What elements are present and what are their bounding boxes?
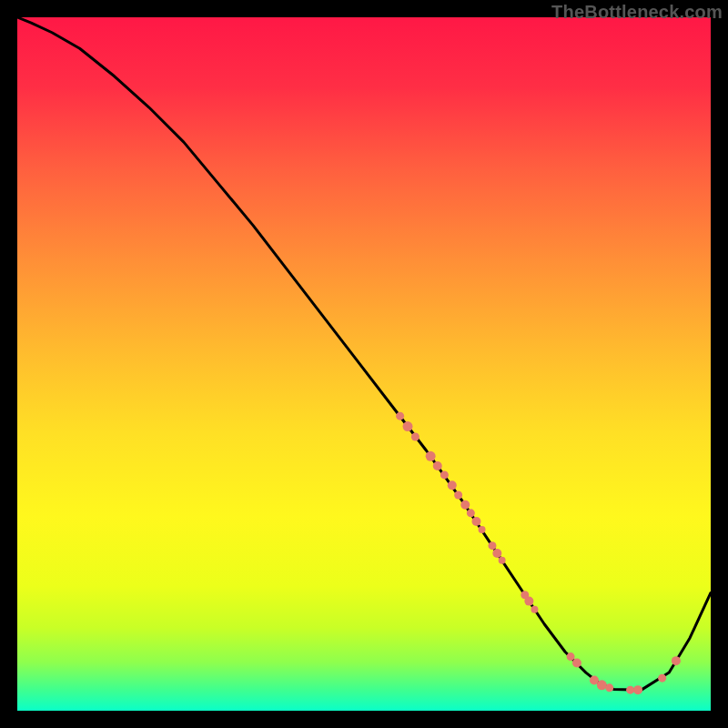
- data-dot: [460, 500, 470, 510]
- data-dot: [403, 421, 413, 431]
- data-dot: [433, 461, 442, 470]
- data-dot: [672, 656, 681, 665]
- chart-plot-area: [17, 17, 711, 711]
- gradient-background: [17, 17, 711, 711]
- data-dot: [597, 680, 607, 690]
- data-dot: [479, 526, 486, 533]
- data-dot: [626, 686, 634, 694]
- data-dot: [440, 470, 449, 479]
- data-dot: [426, 451, 436, 461]
- data-dot: [471, 517, 480, 526]
- data-dot: [658, 674, 666, 682]
- data-dot: [448, 480, 457, 490]
- data-dot: [524, 597, 533, 606]
- data-dot: [396, 412, 404, 420]
- data-dot: [567, 652, 575, 661]
- data-dot: [531, 606, 538, 613]
- data-dot: [605, 683, 613, 692]
- data-dot: [454, 491, 462, 500]
- chart-svg: [17, 17, 711, 711]
- data-dot: [499, 557, 506, 564]
- data-dot: [411, 433, 420, 441]
- watermark-text: TheBottleneck.com: [551, 2, 723, 23]
- data-dot: [633, 685, 642, 694]
- data-dot: [572, 658, 581, 667]
- chart-container: TheBottleneck.com: [0, 0, 728, 728]
- data-dot: [467, 509, 475, 517]
- data-dot: [492, 549, 501, 558]
- data-dot: [488, 541, 496, 550]
